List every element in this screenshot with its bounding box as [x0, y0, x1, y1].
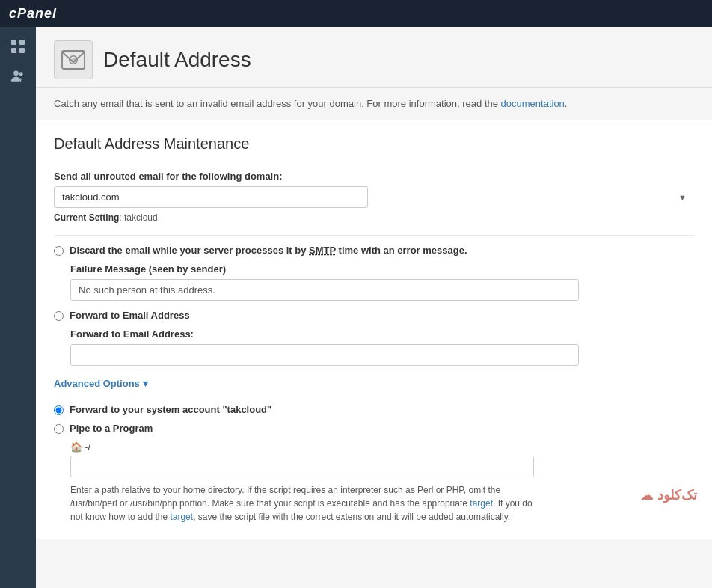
forward-email-option: Forward to Email Address — [54, 310, 694, 321]
smtp-label: SMTP — [309, 245, 336, 256]
pipe-option: Pipe to a Program — [54, 423, 694, 434]
pipe-radio[interactable] — [54, 424, 64, 434]
section-title: Default Address Maintenance — [54, 135, 694, 159]
page-description: Catch any email that is sent to an inval… — [36, 88, 712, 120]
page-icon: @ — [54, 40, 93, 79]
failure-message-form: Failure Message (seen by sender) — [70, 263, 694, 301]
discard-text-before: Discard the email while your server proc… — [70, 245, 309, 256]
main-content: @ Default Address Catch any email that i… — [36, 27, 712, 588]
svg-text:@: @ — [71, 57, 77, 64]
forward-email-input[interactable] — [70, 344, 579, 366]
sidebar — [0, 27, 36, 588]
select-arrow-icon: ▼ — [678, 193, 687, 202]
svg-point-4 — [13, 71, 19, 76]
domain-label: Send all unrouted email for the followin… — [54, 171, 694, 182]
sidebar-grid-icon[interactable] — [6, 34, 30, 58]
current-setting: Current Setting: takcloud — [54, 212, 694, 223]
pipe-help-text: Enter a path relative to your home direc… — [70, 483, 534, 524]
pipe-label: Pipe to a Program — [70, 423, 153, 434]
home-icon: 🏠 — [70, 441, 82, 453]
discard-option: Discard the email while your server proc… — [54, 245, 694, 256]
watermark-icon: ☁ — [640, 488, 654, 503]
svg-rect-3 — [19, 48, 25, 53]
system-account-radio[interactable] — [54, 405, 64, 415]
failure-message-input[interactable] — [70, 279, 579, 301]
cpanel-logo: cPanel — [9, 6, 57, 22]
path-separator: ~/ — [82, 441, 90, 453]
advanced-options-label: Advanced Options — [54, 378, 140, 389]
domain-select[interactable]: takcloud.com — [54, 186, 368, 208]
divider-1 — [54, 235, 694, 236]
description-text-after: . — [565, 98, 568, 109]
sidebar-users-icon[interactable] — [6, 64, 30, 88]
system-account-option: Forward to your system account "takcloud… — [54, 404, 694, 415]
failure-message-label: Failure Message (seen by sender) — [70, 263, 694, 275]
current-setting-label: Current Setting — [54, 212, 119, 223]
discard-text-after: time with an error message. — [336, 245, 467, 256]
advanced-options-toggle[interactable]: Advanced Options ▾ — [54, 378, 148, 389]
discard-radio[interactable] — [54, 246, 64, 256]
target-link-1[interactable]: target — [470, 498, 493, 509]
pipe-path-input[interactable] — [70, 456, 534, 477]
discard-label: Discard the email while your server proc… — [70, 245, 467, 256]
logo-text: cPanel — [9, 6, 57, 21]
target-link-2[interactable]: target — [170, 512, 193, 522]
forward-email-label: Forward to Email Address — [70, 310, 190, 321]
forward-email-form: Forward to Email Address: — [70, 328, 694, 366]
svg-rect-2 — [11, 48, 16, 53]
forward-email-field-label: Forward to Email Address: — [70, 328, 694, 340]
pipe-sub-form: 🏠~/ Enter a path relative to your home d… — [70, 441, 694, 524]
watermark-text: تک‌کلود — [657, 488, 697, 503]
page-title: Default Address — [103, 48, 251, 72]
watermark: تک‌کلود ☁ — [637, 487, 697, 503]
forward-email-radio[interactable] — [54, 311, 64, 321]
content-area: Default Address Maintenance Send all unr… — [36, 120, 712, 539]
advanced-section: Forward to your system account "takcloud… — [54, 404, 694, 524]
home-path-label: 🏠~/ — [70, 441, 694, 453]
documentation-link[interactable]: documentation — [501, 98, 565, 109]
svg-point-5 — [19, 72, 23, 76]
system-account-label: Forward to your system account "takcloud… — [70, 404, 271, 415]
current-setting-value: takcloud — [124, 212, 158, 223]
help-text-3: , save the script file with the correct … — [193, 512, 510, 522]
advanced-options-chevron-icon: ▾ — [143, 378, 148, 389]
page-header: @ Default Address — [36, 27, 712, 88]
svg-rect-0 — [11, 40, 16, 45]
help-text-1: Enter a path relative to your home direc… — [70, 485, 500, 509]
topbar: cPanel — [0, 0, 712, 27]
svg-rect-1 — [19, 40, 25, 45]
domain-select-wrapper: takcloud.com ▼ — [54, 186, 694, 208]
description-text-before: Catch any email that is sent to an inval… — [54, 98, 501, 109]
